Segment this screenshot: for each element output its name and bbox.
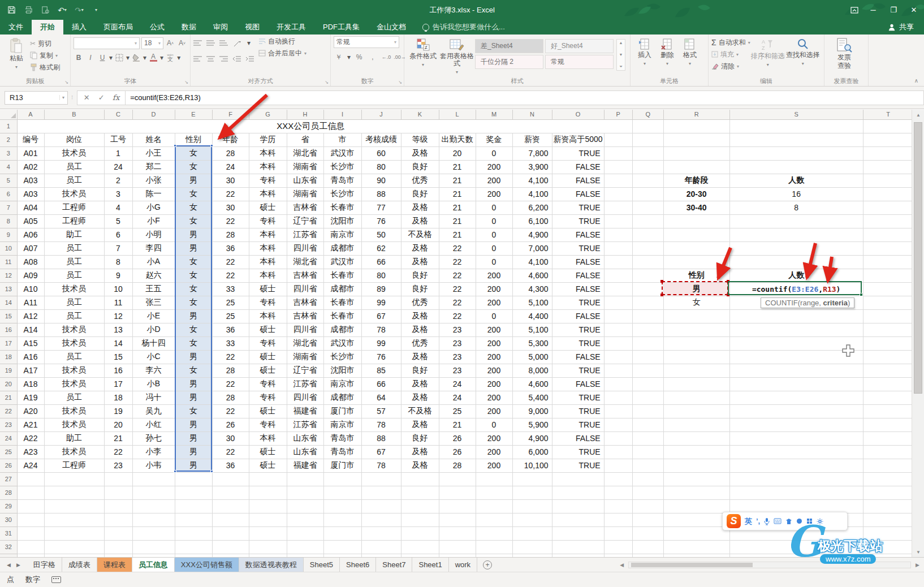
cell[interactable]: [512, 472, 552, 486]
column-header-S[interactable]: S: [729, 110, 863, 119]
sheet-tab-田字格[interactable]: 田字格: [27, 558, 62, 572]
cell[interactable]: 90: [361, 174, 401, 187]
ime-circle-icon[interactable]: [796, 518, 802, 524]
scroll-right-icon[interactable]: ▶: [913, 562, 922, 568]
cell[interactable]: [632, 282, 663, 296]
new-sheet-button[interactable]: +: [477, 558, 498, 572]
cell[interactable]: 5,000: [512, 350, 552, 364]
cell[interactable]: TRUE: [552, 201, 604, 214]
cell[interactable]: 22: [439, 241, 476, 255]
column-header-M[interactable]: M: [476, 110, 512, 119]
cell[interactable]: 19: [104, 404, 132, 418]
cell[interactable]: 20: [104, 418, 132, 431]
cell[interactable]: [212, 499, 249, 513]
percent-style-icon[interactable]: %: [354, 51, 364, 63]
cell[interactable]: [401, 499, 439, 513]
cell[interactable]: [632, 364, 663, 377]
cell[interactable]: 李四: [132, 241, 175, 255]
cell-style-chip[interactable]: 常规: [545, 55, 614, 69]
vertical-scrollbar[interactable]: ▲ ▼: [912, 110, 924, 557]
cell[interactable]: 技术员: [44, 445, 104, 459]
header-cell[interactable]: 性别: [175, 133, 212, 146]
cell[interactable]: [632, 146, 663, 160]
cell[interactable]: [552, 526, 604, 540]
cell[interactable]: 78: [361, 323, 401, 336]
cell[interactable]: [729, 241, 863, 255]
cell[interactable]: [729, 336, 863, 350]
orientation-icon[interactable]: [232, 37, 243, 49]
cell[interactable]: A01: [17, 146, 44, 160]
cell[interactable]: 3: [104, 187, 132, 201]
cell[interactable]: [863, 336, 913, 350]
cell[interactable]: 湖南省: [287, 350, 323, 364]
copy-button[interactable]: 复制▾: [30, 50, 60, 61]
cell[interactable]: [663, 350, 729, 364]
cell[interactable]: [863, 241, 913, 255]
cell[interactable]: [104, 513, 132, 526]
cell[interactable]: [863, 391, 913, 404]
cell[interactable]: 28: [212, 391, 249, 404]
cell[interactable]: [361, 540, 401, 554]
cell[interactable]: [604, 540, 632, 554]
cell[interactable]: [863, 513, 913, 526]
cell[interactable]: [663, 119, 729, 133]
cell[interactable]: 21: [439, 228, 476, 241]
cell[interactable]: 技术员: [44, 336, 104, 350]
number-dialog-launcher[interactable]: ↘: [398, 80, 402, 85]
cell[interactable]: FALSE: [552, 377, 604, 391]
fill-color-icon[interactable]: [131, 52, 141, 63]
paste-button[interactable]: 粘贴▾: [3, 36, 30, 71]
column-header-I[interactable]: I: [323, 110, 361, 119]
ime-skin-icon[interactable]: [785, 518, 792, 525]
horizontal-scrollbar[interactable]: ◀ ▶: [618, 558, 924, 572]
cell[interactable]: 4,100: [512, 187, 552, 201]
cell[interactable]: [729, 377, 863, 391]
header-cell[interactable]: 省: [287, 133, 323, 146]
cell[interactable]: [632, 269, 663, 282]
cell[interactable]: [175, 499, 212, 513]
cell[interactable]: [175, 526, 212, 540]
cell[interactable]: 200: [476, 431, 512, 445]
cell[interactable]: 男: [175, 418, 212, 431]
cell[interactable]: [663, 228, 729, 241]
cell[interactable]: TRUE: [552, 336, 604, 350]
cell[interactable]: 湖南省: [287, 160, 323, 174]
cell[interactable]: [44, 472, 104, 486]
cell[interactable]: [604, 119, 632, 133]
cell[interactable]: 专科: [249, 377, 287, 391]
cell[interactable]: [729, 228, 863, 241]
cell[interactable]: [17, 472, 44, 486]
cell[interactable]: 99: [361, 296, 401, 309]
cell[interactable]: [323, 526, 361, 540]
cell[interactable]: 67: [361, 445, 401, 459]
number-format-combo[interactable]: 常规▾: [334, 36, 399, 48]
cell[interactable]: 小F: [132, 214, 175, 228]
cell[interactable]: [439, 486, 476, 499]
cell[interactable]: 技术员: [44, 364, 104, 377]
cell[interactable]: [132, 540, 175, 554]
cell[interactable]: [439, 513, 476, 526]
cell[interactable]: FALSE: [552, 160, 604, 174]
ribbon-tab-公式[interactable]: 公式: [141, 20, 173, 34]
cell[interactable]: 22: [212, 404, 249, 418]
cell[interactable]: 本科: [249, 187, 287, 201]
cell[interactable]: A03: [17, 187, 44, 201]
scroll-down-icon[interactable]: ▼: [912, 547, 924, 557]
header-cell[interactable]: 薪资: [512, 133, 552, 146]
cell[interactable]: 吉林省: [287, 309, 323, 323]
cell[interactable]: [361, 472, 401, 486]
cell[interactable]: TRUE: [552, 445, 604, 459]
cell[interactable]: [863, 404, 913, 418]
cell[interactable]: [604, 228, 632, 241]
cell[interactable]: 28: [439, 459, 476, 472]
cell[interactable]: 硕士: [249, 350, 287, 364]
cell[interactable]: 36: [212, 323, 249, 336]
cell[interactable]: 不及格: [401, 228, 439, 241]
cell[interactable]: 山东省: [287, 174, 323, 187]
cell[interactable]: 江苏省: [287, 228, 323, 241]
cell[interactable]: FALSE: [552, 282, 604, 296]
cell[interactable]: 28: [212, 228, 249, 241]
cell[interactable]: TRUE: [552, 404, 604, 418]
cell[interactable]: 小D: [132, 323, 175, 336]
cell[interactable]: 南京市: [323, 418, 361, 431]
